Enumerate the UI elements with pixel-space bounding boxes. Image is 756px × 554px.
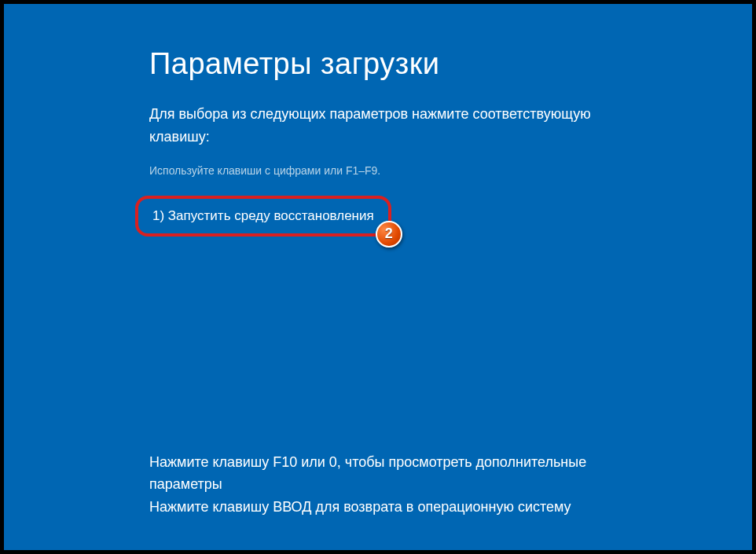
annotation-step-badge: 2	[376, 221, 402, 248]
window-frame: Параметры загрузки Для выбора из следующ…	[2, 2, 754, 552]
highlighted-option: 1) Запустить среду восстановления 2	[135, 196, 391, 237]
footer-f10-instruction: Нажмите клавишу F10 или 0, чтобы просмот…	[149, 451, 652, 497]
instruction-text: Для выбора из следующих параметров нажми…	[149, 103, 621, 149]
footer-instructions: Нажмите клавишу F10 или 0, чтобы просмот…	[149, 451, 652, 519]
page-title: Параметры загрузки	[149, 47, 740, 81]
startup-settings-screen: Параметры загрузки Для выбора из следующ…	[16, 16, 740, 538]
footer-enter-instruction: Нажмите клавишу ВВОД для возврата в опер…	[149, 496, 652, 519]
main-content: Параметры загрузки Для выбора из следующ…	[16, 16, 740, 237]
hint-text: Используйте клавиши с цифрами или F1–F9.	[149, 164, 740, 177]
option-recovery-environment[interactable]: 1) Запустить среду восстановления	[152, 208, 374, 223]
step-number: 2	[385, 226, 393, 242]
